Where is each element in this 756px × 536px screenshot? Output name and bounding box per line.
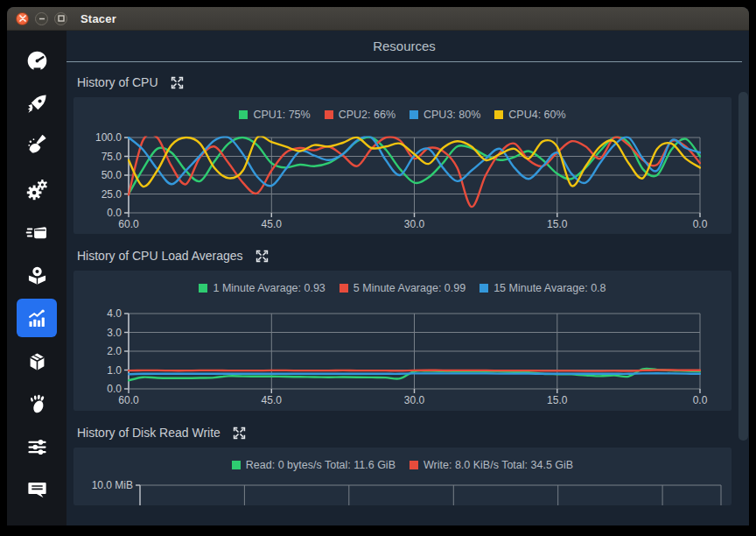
- sidebar-item-gnome-settings[interactable]: [17, 384, 57, 423]
- page-header: Resources: [66, 31, 742, 62]
- expand-cpu-button[interactable]: [171, 76, 184, 89]
- sidebar-item-apt-packages[interactable]: [17, 342, 57, 380]
- legend-label: 5 Minute Avarage: 0.99: [354, 282, 466, 294]
- expand-icon: [233, 427, 246, 440]
- minimize-icon: [38, 15, 46, 22]
- sidebar-item-startup-apps[interactable]: [17, 84, 57, 123]
- content: Resources History of CPU CPU1: 75% CPU2:…: [66, 31, 749, 525]
- svg-text:0.0: 0.0: [693, 218, 708, 230]
- legend-label: CPU4: 60%: [508, 109, 565, 121]
- svg-text:2.0: 2.0: [107, 345, 122, 357]
- sidebar-item-uninstaller[interactable]: [17, 256, 57, 294]
- legend-item: CPU3: 80%: [410, 109, 480, 121]
- expand-icon: [171, 76, 184, 89]
- svg-text:10.0 MiB: 10.0 MiB: [92, 479, 133, 491]
- section-title: History of Disk Read Write: [77, 426, 220, 440]
- svg-text:1.0: 1.0: [107, 364, 122, 377]
- legend-swatch: [410, 110, 418, 119]
- legend-item: 15 Minute Avarage: 0.8: [480, 282, 606, 294]
- page-title: Resources: [373, 39, 436, 53]
- legend-swatch: [340, 284, 348, 293]
- section-title: History of CPU: [77, 75, 158, 89]
- processes-icon: [25, 221, 49, 244]
- legend-swatch: [494, 110, 503, 119]
- load-average-chart: 4.03.02.01.00.060.045.030.015.00.0: [74, 299, 732, 411]
- load-average-card: 1 Minute Avarage: 0.93 5 Minute Avarage:…: [74, 271, 732, 411]
- legend-swatch: [239, 110, 248, 119]
- chat-icon: [25, 478, 49, 502]
- sliders-icon: [25, 435, 49, 459]
- svg-text:60.0: 60.0: [118, 394, 139, 406]
- svg-text:75.0: 75.0: [102, 151, 122, 163]
- svg-text:15.0: 15.0: [547, 394, 568, 406]
- legend-label: CPU3: 80%: [424, 109, 480, 121]
- screen: Stacer: [0, 0, 756, 536]
- sidebar-item-system-cleaner[interactable]: [17, 127, 57, 166]
- cpu-history-chart: 100.075.050.025.00.060.045.030.015.00.0: [74, 125, 732, 234]
- legend-swatch: [232, 461, 241, 469]
- svg-text:30.0: 30.0: [404, 394, 425, 406]
- sidebar-item-feedback[interactable]: [17, 470, 57, 509]
- gears-icon: [25, 178, 49, 201]
- cpu-legend: CPU1: 75% CPU2: 66% CPU3: 80% CPU4: 60%: [74, 104, 732, 125]
- legend-label: 15 Minute Avarage: 0.8: [494, 282, 606, 294]
- maximize-button[interactable]: [54, 12, 67, 25]
- section-head-load: History of CPU Load Averages: [66, 234, 749, 271]
- titlebar[interactable]: Stacer: [7, 7, 749, 31]
- scrollbar: [738, 62, 748, 525]
- expand-disk-button[interactable]: [233, 427, 246, 440]
- legend-swatch: [325, 110, 333, 119]
- legend-label: CPU2: 66%: [339, 109, 396, 121]
- legend-item: Write: 8.0 KiB/s Total: 34.5 GiB: [410, 459, 573, 471]
- sidebar-item-resources[interactable]: [17, 299, 57, 337]
- section-title: History of CPU Load Averages: [77, 249, 243, 263]
- svg-text:15.0: 15.0: [547, 218, 568, 230]
- legend-label: CPU1: 75%: [253, 109, 310, 121]
- legend-label: Write: 8.0 KiB/s Total: 34.5 GiB: [424, 459, 573, 471]
- cpu-history-card: CPU1: 75% CPU2: 66% CPU3: 80% CPU4: 60% …: [74, 97, 732, 234]
- sidebar-item-services[interactable]: [17, 170, 57, 208]
- disk-history-card: Read: 0 bytes/s Total: 11.6 GiB Write: 8…: [74, 448, 732, 505]
- legend-item: CPU4: 60%: [494, 109, 565, 121]
- sidebar: [7, 31, 66, 525]
- stacer-window: Stacer: [7, 7, 749, 525]
- legend-item: 1 Minute Avarage: 0.93: [199, 282, 325, 294]
- svg-text:0.0: 0.0: [107, 207, 122, 219]
- legend-label: 1 Minute Avarage: 0.93: [213, 282, 325, 294]
- gauge-icon: [25, 49, 49, 73]
- legend-item: Read: 0 bytes/s Total: 11.6 GiB: [232, 459, 396, 471]
- svg-text:4.0: 4.0: [107, 307, 122, 320]
- box-icon: [25, 349, 49, 373]
- maximize-icon: [58, 15, 65, 22]
- svg-text:45.0: 45.0: [262, 218, 283, 230]
- rocket-icon: [25, 92, 49, 116]
- expand-load-button[interactable]: [256, 250, 269, 263]
- sidebar-item-dashboard[interactable]: [17, 41, 57, 80]
- scrollbar-thumb[interactable]: [738, 92, 748, 441]
- legend-swatch: [480, 284, 488, 293]
- legend-item: CPU2: 66%: [325, 109, 396, 121]
- package-ball-icon: [25, 264, 49, 287]
- window-title: Stacer: [80, 12, 116, 25]
- bar-chart-icon: [25, 307, 49, 330]
- svg-text:100.0: 100.0: [95, 131, 122, 144]
- sidebar-item-settings[interactable]: [17, 427, 57, 466]
- legend-item: 5 Minute Avarage: 0.99: [340, 282, 466, 294]
- expand-icon: [256, 250, 269, 263]
- section-head-cpu: History of CPU: [66, 62, 749, 97]
- legend-swatch: [199, 284, 207, 293]
- svg-text:30.0: 30.0: [404, 218, 425, 230]
- svg-text:3.0: 3.0: [107, 327, 122, 339]
- load-legend: 1 Minute Avarage: 0.93 5 Minute Avarage:…: [74, 278, 732, 299]
- svg-text:45.0: 45.0: [262, 394, 283, 406]
- close-button[interactable]: [16, 12, 29, 25]
- legend-swatch: [410, 461, 418, 469]
- svg-text:50.0: 50.0: [102, 169, 122, 181]
- close-icon: [19, 15, 26, 22]
- legend-item: CPU1: 75%: [239, 109, 310, 121]
- sidebar-item-processes[interactable]: [17, 213, 57, 251]
- minimize-button[interactable]: [35, 12, 48, 25]
- svg-text:0.0: 0.0: [107, 383, 122, 395]
- broom-icon: [25, 135, 49, 159]
- svg-text:25.0: 25.0: [102, 188, 122, 201]
